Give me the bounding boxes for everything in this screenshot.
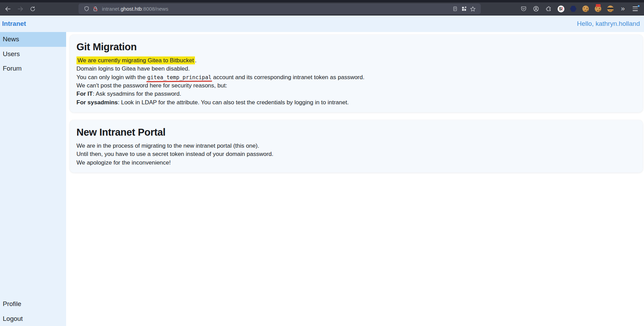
forward-button[interactable]	[15, 4, 25, 14]
browser-chrome: intranet.ghost.htb:8008/news	[0, 0, 644, 15]
highlighted-text: We are currently migrating Gitea to Bitb…	[76, 56, 195, 64]
article-line: We apologize for the inconvenience!	[76, 159, 636, 167]
app-header: Intranet Hello, kathryn.holland	[0, 15, 644, 32]
sidebar-item-logout[interactable]: Logout	[0, 312, 66, 326]
insecure-lock-icon[interactable]	[91, 4, 100, 13]
extensions-puzzle-icon[interactable]	[544, 4, 553, 13]
s-extension-letter: S	[559, 6, 562, 11]
article-line: Domain logins to Gitea have been disable…	[76, 65, 636, 73]
wappalyzer-hexagon-icon[interactable]	[569, 4, 578, 13]
overflow-glyph: »	[621, 4, 625, 13]
sidebar-footer-nav: ProfileLogout	[0, 297, 66, 326]
pocket-icon[interactable]	[519, 4, 528, 13]
text-segment: account and its corresponding intranet t…	[211, 74, 364, 81]
update-badge	[637, 5, 640, 7]
article-line: Until then, you have to use a secret tok…	[76, 150, 636, 158]
text-segment: You can only login with the	[76, 74, 147, 81]
sidebar: NewsUsersForum ProfileLogout	[0, 32, 66, 326]
article-line: We are currently migrating Gitea to Bitb…	[76, 56, 636, 65]
article-line: For sysadmins: Look in LDAP for the attr…	[76, 98, 636, 107]
back-button[interactable]	[3, 4, 13, 14]
reader-mode-icon[interactable]	[450, 4, 459, 13]
cookie-extension-icon[interactable]	[581, 4, 590, 13]
sidebar-item-users[interactable]: Users	[0, 47, 66, 62]
text-segment: For sysadmins	[76, 99, 118, 106]
text-segment: We are in the process of migrating to th…	[76, 143, 259, 149]
url-subdomain: intranet.	[102, 6, 121, 12]
url-path: :8008/news	[142, 6, 168, 12]
cookie-manager-extension-icon[interactable]	[593, 4, 603, 13]
article-line: We can't post the password here for secu…	[76, 82, 636, 90]
page-actions-grid-icon[interactable]	[459, 4, 468, 13]
text-segment: We apologize for the inconvenience!	[76, 159, 171, 166]
sidebar-spacer	[0, 76, 66, 297]
article-title: New Intranet Portal	[76, 126, 636, 138]
account-icon[interactable]	[531, 4, 541, 13]
toolbar-right-cluster: S! »	[519, 4, 640, 13]
url-domain: ghost.htb	[121, 6, 142, 12]
code-token: gitea_temp_principal	[147, 74, 211, 81]
text-segment: We can't post the password here for secu…	[76, 82, 227, 89]
article-line: You can only login with the gitea_temp_p…	[76, 73, 636, 82]
article-line: We are in the process of migrating to th…	[76, 142, 636, 150]
tracking-protection-shield-icon[interactable]	[82, 4, 91, 13]
text-segment: Until then, you have to use a secret tok…	[76, 151, 273, 157]
url-text[interactable]: intranet.ghost.htb:8008/news	[102, 6, 450, 12]
text-segment: .	[195, 57, 197, 64]
sidebar-item-forum[interactable]: Forum	[0, 61, 66, 76]
bookmark-star-icon[interactable]	[468, 4, 477, 13]
url-bar[interactable]: intranet.ghost.htb:8008/news	[79, 3, 481, 14]
s-extension-bang: !	[562, 6, 563, 11]
brand-link[interactable]: Intranet	[2, 20, 26, 28]
main-content: Git MigrationWe are currently migrating …	[66, 32, 644, 326]
user-greeting[interactable]: Hello, kathryn.holland	[577, 20, 640, 28]
sidebar-nav: NewsUsersForum	[0, 32, 66, 76]
article-title: Git Migration	[76, 41, 636, 53]
window-titlebar	[0, 0, 644, 2]
sidebar-item-profile[interactable]: Profile	[0, 297, 66, 312]
article-line: For IT: Ask sysadmins for the password.	[76, 90, 636, 98]
text-segment: Domain logins to Gitea have been disable…	[76, 65, 190, 72]
news-card: New Intranet PortalWe are in the process…	[70, 120, 643, 172]
cookie-editor-extension-icon[interactable]	[606, 4, 615, 13]
text-segment: For IT	[76, 91, 93, 97]
text-segment: : Look in LDAP for the attribute. You ca…	[118, 99, 349, 106]
text-segment: : Ask sysadmins for the password.	[93, 91, 181, 97]
sidebar-item-news[interactable]: News	[0, 32, 66, 47]
browser-toolbar: intranet.ghost.htb:8008/news	[0, 2, 644, 15]
shodan-extension-icon[interactable]: S!	[556, 4, 565, 13]
reload-button[interactable]	[28, 4, 38, 14]
overflow-chevron-icon[interactable]: »	[618, 4, 627, 13]
news-card: Git MigrationWe are currently migrating …	[70, 35, 643, 112]
app-menu-hamburger-icon[interactable]	[631, 4, 640, 13]
